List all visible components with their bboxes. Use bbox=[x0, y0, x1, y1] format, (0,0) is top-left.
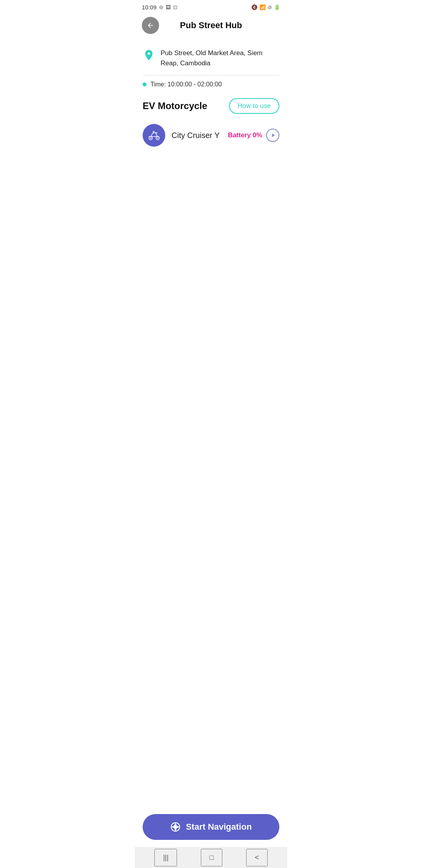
ev-section-header: EV Motorcycle How to use bbox=[135, 96, 287, 120]
svg-point-1 bbox=[150, 138, 151, 139]
minus-circle-icon: ⊖ bbox=[159, 4, 163, 10]
back-button[interactable] bbox=[142, 17, 159, 34]
vehicle-name: City Cruiser Y bbox=[172, 131, 222, 140]
battery-label: Battery 0% bbox=[228, 131, 262, 139]
time-row: Time: 10:00:00 - 02:00:00 bbox=[135, 81, 287, 96]
how-to-use-button[interactable]: How to use bbox=[229, 98, 279, 114]
time-label: Time: 10:00:00 - 02:00:00 bbox=[150, 81, 222, 88]
main-content bbox=[135, 152, 287, 308]
ev-section-title: EV Motorcycle bbox=[143, 100, 207, 111]
header: Pub Street Hub bbox=[135, 13, 287, 40]
location-address: Pub Street, Old Market Area, Siem Reap, … bbox=[161, 48, 279, 68]
time-dot-icon bbox=[143, 82, 147, 86]
scooter-icon bbox=[147, 129, 161, 142]
no-signal-icon: ⊘ bbox=[268, 4, 272, 10]
scan-icon: ⊡ bbox=[173, 4, 177, 10]
battery-icon: 🔋 bbox=[274, 4, 280, 10]
status-time: 10:09 bbox=[142, 4, 157, 11]
vehicle-icon-circle bbox=[143, 124, 165, 147]
vehicle-right: Battery 0% bbox=[228, 129, 279, 142]
status-icons: 🔇 📶 ⊘ 🔋 bbox=[251, 4, 280, 10]
image-icon: 🖼 bbox=[166, 4, 171, 10]
mute-icon: 🔇 bbox=[251, 4, 257, 10]
divider bbox=[143, 75, 279, 75]
vehicle-item: City Cruiser Y Battery 0% bbox=[135, 120, 287, 152]
svg-point-3 bbox=[157, 138, 158, 139]
status-left: 10:09 ⊖ 🖼 ⊡ bbox=[142, 4, 177, 11]
location-section: Pub Street, Old Market Area, Siem Reap, … bbox=[135, 40, 287, 68]
wifi-icon: 📶 bbox=[259, 4, 266, 10]
page-title: Pub Street Hub bbox=[159, 20, 263, 30]
status-bar: 10:09 ⊖ 🖼 ⊡ 🔇 📶 ⊘ 🔋 bbox=[135, 0, 287, 13]
location-pin-icon bbox=[143, 49, 155, 63]
play-button[interactable] bbox=[266, 129, 279, 142]
